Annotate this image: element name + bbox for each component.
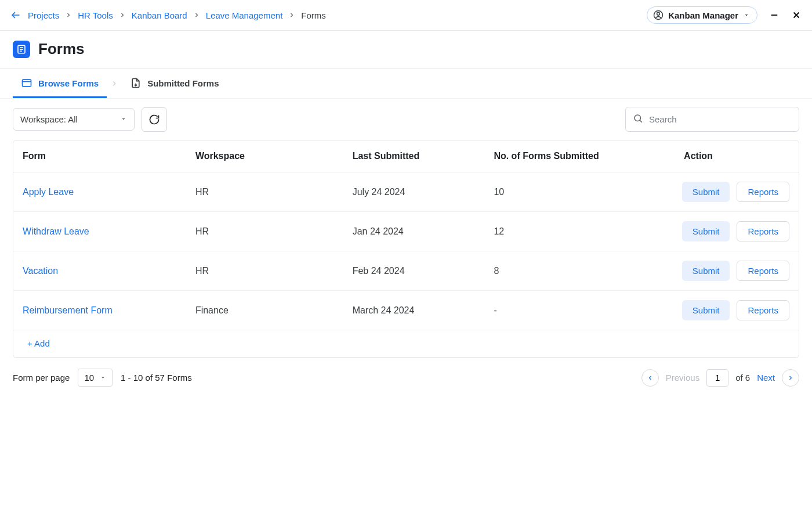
reports-button[interactable]: Reports — [737, 182, 789, 202]
chevron-right-icon — [65, 12, 72, 19]
breadcrumb-kanban-board[interactable]: Kanban Board — [132, 10, 187, 20]
back-button[interactable] — [10, 10, 21, 20]
form-link[interactable]: Vacation — [23, 266, 58, 276]
cell-count: - — [484, 291, 626, 330]
breadcrumb-leave-management[interactable]: Leave Management — [206, 10, 283, 20]
breadcrumb-current: Forms — [301, 10, 326, 20]
th-last-submitted: Last Submitted — [343, 140, 485, 172]
prev-page-button[interactable] — [641, 369, 659, 387]
caret-down-icon — [743, 12, 750, 19]
chevron-right-icon — [107, 80, 122, 88]
th-workspace: Workspace — [186, 140, 343, 172]
table-row: Vacation HR Feb 24 2024 8 Submit Reports — [13, 251, 799, 291]
search-input[interactable] — [649, 114, 792, 124]
submitted-icon — [130, 77, 142, 89]
tab-label: Browse Forms — [38, 78, 99, 88]
reports-button[interactable]: Reports — [737, 221, 789, 241]
reports-button[interactable]: Reports — [737, 300, 789, 320]
page-input[interactable] — [706, 369, 728, 387]
reports-button[interactable]: Reports — [737, 261, 789, 281]
user-name: Kanban Manager — [668, 10, 738, 20]
search-box[interactable] — [625, 107, 799, 132]
svg-rect-10 — [23, 80, 31, 86]
submit-button[interactable]: Submit — [682, 182, 730, 202]
svg-line-13 — [640, 120, 641, 122]
page-total: of 6 — [735, 373, 750, 383]
cell-workspace: HR — [186, 251, 343, 291]
th-form: Form — [13, 140, 186, 172]
tab-submitted-forms[interactable]: Submitted Forms — [122, 69, 227, 98]
close-button[interactable] — [791, 10, 802, 20]
breadcrumb-projects[interactable]: Projects — [28, 10, 59, 20]
user-menu[interactable]: Kanban Manager — [647, 6, 757, 24]
user-icon — [653, 10, 664, 20]
forms-app-icon — [13, 41, 30, 58]
cell-workspace: Finance — [186, 291, 343, 330]
form-link[interactable]: Reimbursement Form — [23, 305, 113, 315]
chevron-right-icon — [288, 12, 295, 19]
prev-page-link[interactable]: Previous — [666, 373, 699, 383]
add-form-button[interactable]: + Add — [27, 338, 50, 348]
cell-count: 8 — [484, 251, 626, 291]
tab-label: Submitted Forms — [147, 78, 219, 88]
cell-workspace: HR — [186, 212, 343, 251]
form-link[interactable]: Apply Leave — [23, 187, 74, 197]
th-action: Action — [626, 140, 799, 172]
submit-button[interactable]: Submit — [682, 300, 730, 320]
cell-last-submitted: Jan 24 2024 — [343, 212, 485, 251]
cell-last-submitted: Feb 24 2024 — [343, 251, 485, 291]
cell-last-submitted: July 24 2024 — [343, 172, 485, 212]
workspace-filter[interactable]: Workspace: All — [13, 108, 135, 131]
cell-count: 10 — [484, 172, 626, 212]
chevron-right-icon — [119, 12, 126, 19]
workspace-filter-value: All — [68, 114, 78, 124]
caret-down-icon — [100, 373, 106, 383]
table-row: Withdraw Leave HR Jan 24 2024 12 Submit … — [13, 212, 799, 251]
svg-point-2 — [657, 12, 660, 15]
cell-count: 12 — [484, 212, 626, 251]
svg-point-12 — [635, 115, 641, 121]
workspace-filter-label: Workspace: — [20, 114, 68, 124]
per-page-label: Form per page — [13, 373, 70, 383]
tab-browse-forms[interactable]: Browse Forms — [13, 69, 107, 98]
refresh-button[interactable] — [142, 107, 167, 132]
next-page-link[interactable]: Next — [757, 373, 775, 383]
submit-button[interactable]: Submit — [682, 261, 730, 281]
submit-button[interactable]: Submit — [682, 221, 730, 241]
breadcrumb-hr-tools[interactable]: HR Tools — [78, 10, 113, 20]
th-num-submitted: No. of Forms Submitted — [484, 140, 626, 172]
caret-down-icon — [120, 114, 127, 124]
page-size-select[interactable]: 10 — [78, 369, 113, 387]
page-title: Forms — [38, 40, 84, 58]
minimize-button[interactable] — [769, 10, 780, 20]
cell-last-submitted: March 24 2024 — [343, 291, 485, 330]
search-icon — [633, 113, 643, 125]
form-link[interactable]: Withdraw Leave — [23, 226, 89, 236]
table-row: Apply Leave HR July 24 2024 10 Submit Re… — [13, 172, 799, 212]
chevron-right-icon — [193, 12, 200, 19]
browse-icon — [21, 77, 32, 89]
range-text: 1 - 10 of 57 Forms — [121, 373, 192, 383]
table-row: Reimbursement Form Finance March 24 2024… — [13, 291, 799, 330]
cell-workspace: HR — [186, 172, 343, 212]
breadcrumb: Projects HR Tools Kanban Board Leave Man… — [10, 10, 326, 20]
page-size-value: 10 — [84, 373, 94, 383]
next-page-button[interactable] — [782, 369, 799, 387]
